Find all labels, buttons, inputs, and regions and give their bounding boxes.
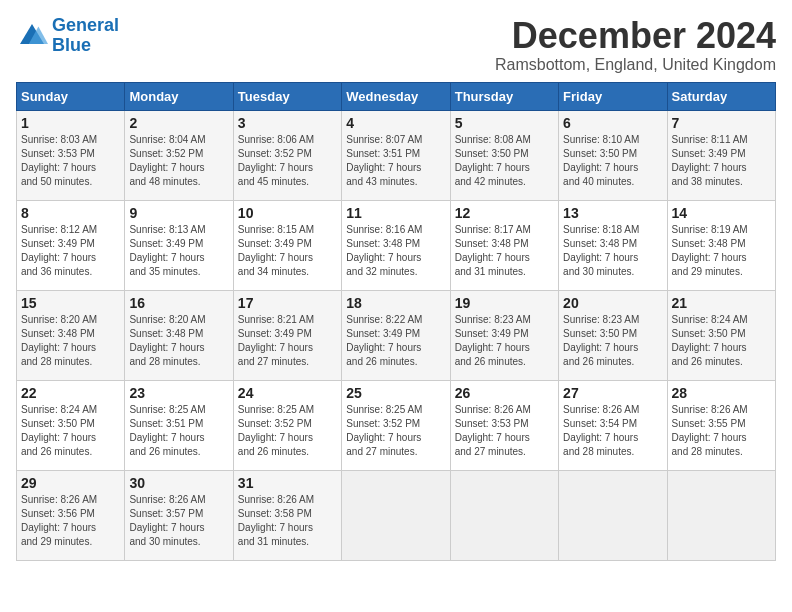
day-info: Sunrise: 8:26 AM Sunset: 3:57 PM Dayligh… (129, 493, 228, 549)
day-number: 31 (238, 475, 337, 491)
day-info: Sunrise: 8:16 AM Sunset: 3:48 PM Dayligh… (346, 223, 445, 279)
day-info: Sunrise: 8:23 AM Sunset: 3:49 PM Dayligh… (455, 313, 554, 369)
day-info: Sunrise: 8:26 AM Sunset: 3:56 PM Dayligh… (21, 493, 120, 549)
col-header-monday: Monday (125, 82, 233, 110)
page-subtitle: Ramsbottom, England, United Kingdom (495, 56, 776, 74)
logo-line2: Blue (52, 35, 91, 55)
col-header-sunday: Sunday (17, 82, 125, 110)
day-info: Sunrise: 8:08 AM Sunset: 3:50 PM Dayligh… (455, 133, 554, 189)
calendar-cell: 16Sunrise: 8:20 AM Sunset: 3:48 PM Dayli… (125, 290, 233, 380)
header: General Blue December 2024 Ramsbottom, E… (16, 16, 776, 74)
calendar-cell: 22Sunrise: 8:24 AM Sunset: 3:50 PM Dayli… (17, 380, 125, 470)
day-info: Sunrise: 8:17 AM Sunset: 3:48 PM Dayligh… (455, 223, 554, 279)
day-number: 13 (563, 205, 662, 221)
day-info: Sunrise: 8:13 AM Sunset: 3:49 PM Dayligh… (129, 223, 228, 279)
day-number: 27 (563, 385, 662, 401)
day-number: 21 (672, 295, 771, 311)
day-number: 24 (238, 385, 337, 401)
day-info: Sunrise: 8:20 AM Sunset: 3:48 PM Dayligh… (129, 313, 228, 369)
col-header-tuesday: Tuesday (233, 82, 341, 110)
calendar-cell: 8Sunrise: 8:12 AM Sunset: 3:49 PM Daylig… (17, 200, 125, 290)
calendar-cell: 20Sunrise: 8:23 AM Sunset: 3:50 PM Dayli… (559, 290, 667, 380)
calendar-week-1: 1Sunrise: 8:03 AM Sunset: 3:53 PM Daylig… (17, 110, 776, 200)
calendar-header-row: SundayMondayTuesdayWednesdayThursdayFrid… (17, 82, 776, 110)
day-number: 8 (21, 205, 120, 221)
day-number: 18 (346, 295, 445, 311)
calendar-cell: 19Sunrise: 8:23 AM Sunset: 3:49 PM Dayli… (450, 290, 558, 380)
day-info: Sunrise: 8:24 AM Sunset: 3:50 PM Dayligh… (672, 313, 771, 369)
day-info: Sunrise: 8:20 AM Sunset: 3:48 PM Dayligh… (21, 313, 120, 369)
calendar-cell (667, 470, 775, 560)
day-number: 15 (21, 295, 120, 311)
calendar-week-2: 8Sunrise: 8:12 AM Sunset: 3:49 PM Daylig… (17, 200, 776, 290)
day-number: 16 (129, 295, 228, 311)
calendar-week-3: 15Sunrise: 8:20 AM Sunset: 3:48 PM Dayli… (17, 290, 776, 380)
col-header-saturday: Saturday (667, 82, 775, 110)
day-info: Sunrise: 8:04 AM Sunset: 3:52 PM Dayligh… (129, 133, 228, 189)
calendar-cell: 24Sunrise: 8:25 AM Sunset: 3:52 PM Dayli… (233, 380, 341, 470)
title-area: December 2024 Ramsbottom, England, Unite… (495, 16, 776, 74)
calendar-cell: 10Sunrise: 8:15 AM Sunset: 3:49 PM Dayli… (233, 200, 341, 290)
calendar-cell: 26Sunrise: 8:26 AM Sunset: 3:53 PM Dayli… (450, 380, 558, 470)
day-info: Sunrise: 8:07 AM Sunset: 3:51 PM Dayligh… (346, 133, 445, 189)
logo-line1: General (52, 15, 119, 35)
day-info: Sunrise: 8:21 AM Sunset: 3:49 PM Dayligh… (238, 313, 337, 369)
day-number: 23 (129, 385, 228, 401)
col-header-wednesday: Wednesday (342, 82, 450, 110)
col-header-friday: Friday (559, 82, 667, 110)
calendar-cell: 21Sunrise: 8:24 AM Sunset: 3:50 PM Dayli… (667, 290, 775, 380)
day-number: 5 (455, 115, 554, 131)
calendar-cell: 1Sunrise: 8:03 AM Sunset: 3:53 PM Daylig… (17, 110, 125, 200)
logo: General Blue (16, 16, 119, 56)
day-info: Sunrise: 8:11 AM Sunset: 3:49 PM Dayligh… (672, 133, 771, 189)
calendar-cell: 18Sunrise: 8:22 AM Sunset: 3:49 PM Dayli… (342, 290, 450, 380)
day-info: Sunrise: 8:10 AM Sunset: 3:50 PM Dayligh… (563, 133, 662, 189)
day-number: 11 (346, 205, 445, 221)
calendar-cell: 9Sunrise: 8:13 AM Sunset: 3:49 PM Daylig… (125, 200, 233, 290)
day-info: Sunrise: 8:12 AM Sunset: 3:49 PM Dayligh… (21, 223, 120, 279)
day-info: Sunrise: 8:15 AM Sunset: 3:49 PM Dayligh… (238, 223, 337, 279)
calendar-cell: 25Sunrise: 8:25 AM Sunset: 3:52 PM Dayli… (342, 380, 450, 470)
calendar-body: 1Sunrise: 8:03 AM Sunset: 3:53 PM Daylig… (17, 110, 776, 560)
day-number: 28 (672, 385, 771, 401)
logo-text: General Blue (52, 16, 119, 56)
day-number: 1 (21, 115, 120, 131)
day-number: 30 (129, 475, 228, 491)
day-info: Sunrise: 8:19 AM Sunset: 3:48 PM Dayligh… (672, 223, 771, 279)
calendar-cell: 15Sunrise: 8:20 AM Sunset: 3:48 PM Dayli… (17, 290, 125, 380)
day-number: 17 (238, 295, 337, 311)
calendar-cell: 27Sunrise: 8:26 AM Sunset: 3:54 PM Dayli… (559, 380, 667, 470)
day-info: Sunrise: 8:26 AM Sunset: 3:53 PM Dayligh… (455, 403, 554, 459)
day-info: Sunrise: 8:23 AM Sunset: 3:50 PM Dayligh… (563, 313, 662, 369)
day-info: Sunrise: 8:26 AM Sunset: 3:55 PM Dayligh… (672, 403, 771, 459)
day-info: Sunrise: 8:25 AM Sunset: 3:51 PM Dayligh… (129, 403, 228, 459)
day-number: 4 (346, 115, 445, 131)
calendar-cell: 17Sunrise: 8:21 AM Sunset: 3:49 PM Dayli… (233, 290, 341, 380)
calendar-cell: 29Sunrise: 8:26 AM Sunset: 3:56 PM Dayli… (17, 470, 125, 560)
calendar-cell: 13Sunrise: 8:18 AM Sunset: 3:48 PM Dayli… (559, 200, 667, 290)
day-number: 20 (563, 295, 662, 311)
calendar-cell: 2Sunrise: 8:04 AM Sunset: 3:52 PM Daylig… (125, 110, 233, 200)
calendar-cell (342, 470, 450, 560)
day-number: 6 (563, 115, 662, 131)
calendar-cell: 30Sunrise: 8:26 AM Sunset: 3:57 PM Dayli… (125, 470, 233, 560)
calendar-cell: 7Sunrise: 8:11 AM Sunset: 3:49 PM Daylig… (667, 110, 775, 200)
calendar-cell: 6Sunrise: 8:10 AM Sunset: 3:50 PM Daylig… (559, 110, 667, 200)
day-info: Sunrise: 8:25 AM Sunset: 3:52 PM Dayligh… (346, 403, 445, 459)
calendar-cell: 31Sunrise: 8:26 AM Sunset: 3:58 PM Dayli… (233, 470, 341, 560)
calendar-cell: 23Sunrise: 8:25 AM Sunset: 3:51 PM Dayli… (125, 380, 233, 470)
calendar-cell: 3Sunrise: 8:06 AM Sunset: 3:52 PM Daylig… (233, 110, 341, 200)
day-number: 12 (455, 205, 554, 221)
day-number: 10 (238, 205, 337, 221)
col-header-thursday: Thursday (450, 82, 558, 110)
day-number: 3 (238, 115, 337, 131)
day-info: Sunrise: 8:25 AM Sunset: 3:52 PM Dayligh… (238, 403, 337, 459)
logo-icon (16, 20, 48, 52)
day-info: Sunrise: 8:24 AM Sunset: 3:50 PM Dayligh… (21, 403, 120, 459)
day-number: 7 (672, 115, 771, 131)
day-info: Sunrise: 8:18 AM Sunset: 3:48 PM Dayligh… (563, 223, 662, 279)
day-number: 2 (129, 115, 228, 131)
day-info: Sunrise: 8:03 AM Sunset: 3:53 PM Dayligh… (21, 133, 120, 189)
calendar-cell (450, 470, 558, 560)
page-title: December 2024 (495, 16, 776, 56)
